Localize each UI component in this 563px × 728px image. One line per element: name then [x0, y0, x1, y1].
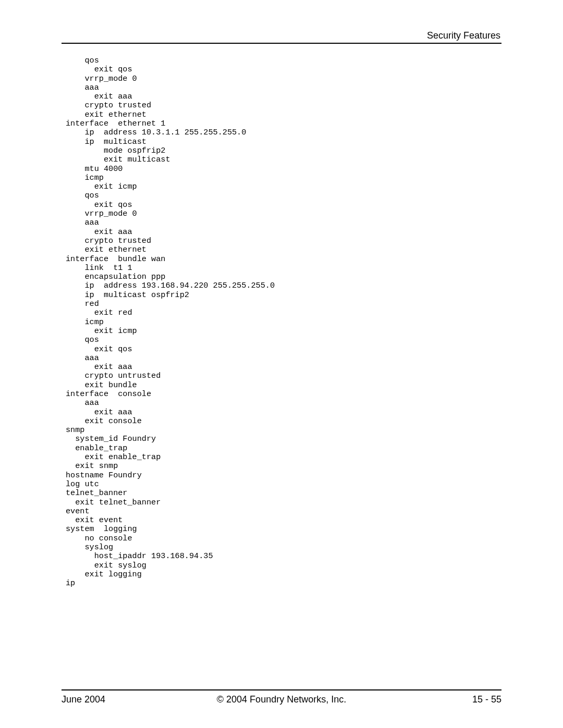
header-rule — [62, 43, 501, 44]
config-code-block: qos exit qos vrrp_mode 0 aaa exit aaa cr… — [66, 56, 500, 588]
footer-copyright: © 2004 Foundry Networks, Inc. — [62, 694, 501, 705]
footer-page-number: 15 - 55 — [472, 694, 501, 705]
page-header-title: Security Features — [427, 30, 500, 41]
page-footer: June 2004 © 2004 Foundry Networks, Inc. … — [62, 694, 501, 705]
footer-date: June 2004 — [62, 694, 105, 705]
footer-rule — [62, 689, 501, 690]
page: Security Features qos exit qos vrrp_mode… — [0, 0, 563, 728]
